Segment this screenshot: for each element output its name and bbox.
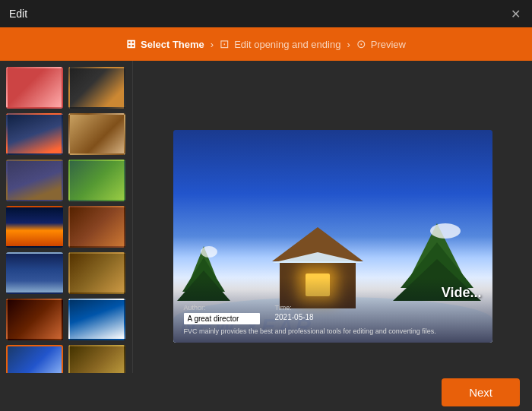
close-button[interactable]: ✕ [508, 6, 523, 21]
theme-thumbnail-5[interactable] [6, 160, 63, 201]
time-label: Time: [275, 304, 314, 311]
theme-thumbnail-6[interactable] [68, 160, 125, 201]
theme-thumbnail-9[interactable] [6, 252, 63, 294]
theme-thumbnail-2[interactable] [68, 67, 125, 109]
title-bar: Edit ✕ [0, 0, 532, 27]
overlay-meta: Author: Time: 2021-05-18 [184, 304, 482, 324]
step-arrow-1: › [211, 39, 214, 50]
thumbnail-grid [6, 67, 126, 411]
theme-sidebar[interactable] [0, 61, 133, 411]
step-bar: ⊞ Select Theme › ⊡ Edit opening and endi… [0, 27, 532, 61]
overlay-description: FVC mainly provides the best and profess… [184, 327, 482, 335]
next-button[interactable]: Next [442, 378, 520, 406]
overlay-top-row: Vide... [184, 285, 482, 304]
edit-opening-icon: ⊡ [220, 37, 230, 51]
theme-thumbnail-4[interactable] [68, 113, 125, 155]
theme-thumbnail-10[interactable] [68, 252, 125, 294]
theme-thumbnail-7[interactable] [6, 206, 63, 248]
theme-thumbnail-3[interactable] [6, 113, 63, 155]
window-title: Edit [9, 8, 27, 20]
step-preview[interactable]: ⊙ Preview [356, 37, 406, 51]
step-select-theme[interactable]: ⊞ Select Theme [126, 37, 204, 51]
step-select-theme-label: Select Theme [141, 39, 204, 50]
time-field: Time: 2021-05-18 [275, 304, 314, 324]
author-label: Author: [184, 304, 260, 311]
step-edit-opening-label: Edit opening and ending [234, 39, 340, 50]
time-value: 2021-05-18 [275, 313, 314, 321]
step-arrow-2: › [347, 39, 350, 50]
preview-overlay: Vide... Author: Time: 2021-05-18 FVC mai… [173, 277, 492, 343]
theme-thumbnail-1[interactable] [6, 67, 63, 109]
preview-area: NEW YEAR Vide... Author: Time: 2021-05-1… [133, 61, 532, 411]
step-edit-opening[interactable]: ⊡ Edit opening and ending [220, 37, 340, 51]
theme-thumbnail-11[interactable] [6, 299, 63, 340]
vide-label: Vide... [442, 285, 482, 301]
theme-thumbnail-8[interactable] [68, 206, 125, 248]
preview-container: NEW YEAR Vide... Author: Time: 2021-05-1… [173, 130, 492, 343]
select-theme-icon: ⊞ [126, 37, 136, 51]
main-content: NEW YEAR Vide... Author: Time: 2021-05-1… [0, 61, 532, 411]
bottom-bar: Next [0, 373, 532, 411]
preview-icon: ⊙ [356, 37, 366, 51]
author-field: Author: [184, 304, 260, 324]
step-preview-label: Preview [371, 39, 406, 50]
theme-thumbnail-12[interactable] [68, 299, 125, 340]
author-input[interactable] [184, 313, 260, 324]
